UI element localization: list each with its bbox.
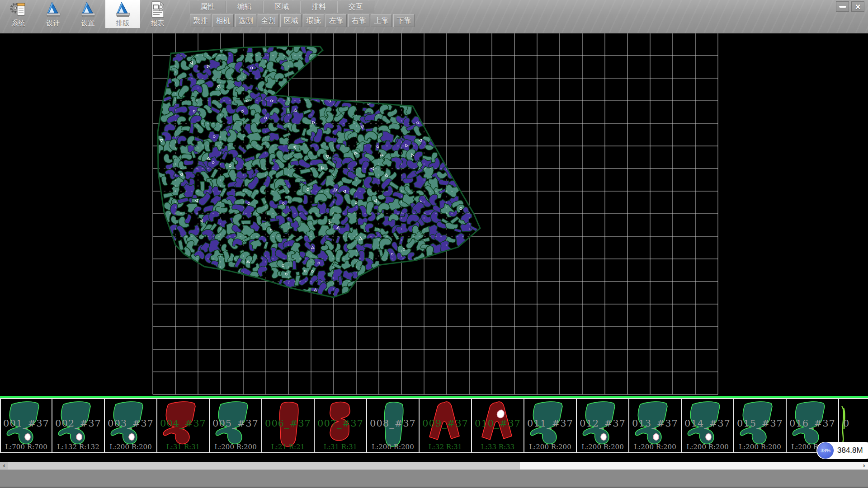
progress-circle: 38% [817, 442, 834, 459]
piece-shape [262, 399, 315, 452]
menu-tab-row: 属性编辑区域排料交互 [189, 1, 374, 13]
piece-shape [367, 399, 420, 452]
system-gear-icon [9, 1, 28, 18]
toolbar-button-5[interactable]: 报表 [140, 0, 175, 28]
piece-shape [629, 399, 682, 452]
toolbar-button-label: 排版 [116, 19, 130, 28]
scroll-right-arrow-icon[interactable]: › [860, 462, 868, 469]
toolbar-button-label: 系统 [12, 19, 25, 28]
menu-tab-5[interactable]: 交互 [337, 1, 374, 13]
ribbon-button-3[interactable]: 选割 [235, 14, 256, 27]
piece-shape [420, 399, 472, 452]
toolbar-button-3[interactable]: 设置 [71, 0, 105, 28]
piece-shape [524, 399, 577, 452]
ribbon-button-row: 聚排相机选割全割区域瑕疵左靠右靠上靠下靠 [190, 14, 416, 27]
piece-thumbnail-1[interactable]: 001_#37L:700 R:700 [0, 399, 52, 452]
piece-thumbnail-7[interactable]: 007_#37L:31 R:31 [315, 399, 367, 452]
design-setsquare-icon [44, 1, 62, 18]
piece-shape [577, 399, 629, 452]
memory-usage-label: 384.8M [837, 442, 863, 459]
menu-tab-1[interactable]: 属性 [189, 1, 226, 13]
app-window: 系统设计设置排版报表 属性编辑区域排料交互 聚排相机选割全割区域瑕疵左靠右靠上靠… [0, 0, 868, 488]
scroll-left-arrow-icon[interactable]: ‹ [0, 462, 8, 469]
piece-shape [210, 399, 262, 452]
piece-thumbnail-9[interactable]: 009_#37L:32 R:31 [420, 399, 472, 452]
piece-shape [157, 399, 210, 452]
menu-tab-2[interactable]: 编辑 [226, 1, 263, 13]
main-toolbar-buttons: 系统设计设置排版报表 [1, 0, 175, 28]
ribbon-button-8[interactable]: 右靠 [348, 14, 369, 27]
report-document-icon [149, 1, 167, 18]
piece-thumbnail-8[interactable]: 008_#37L:200 R:200 [367, 399, 420, 452]
piece-shape [52, 399, 105, 452]
ribbon-button-2[interactable]: 相机 [212, 14, 234, 27]
scrollbar-thumb[interactable] [520, 462, 860, 469]
menu-tab-3[interactable]: 区域 [263, 1, 300, 13]
piece-thumbnail-strip: 001_#37L:700 R:700002_#37L:132 R:132003_… [0, 398, 868, 453]
piece-shape [315, 399, 367, 452]
toolbar-button-label: 报表 [151, 19, 165, 28]
piece-thumbnail-6[interactable]: 006_#37L:21 R:21 [262, 399, 315, 452]
top-toolbar: 系统设计设置排版报表 属性编辑区域排料交互 聚排相机选割全割区域瑕疵左靠右靠上靠… [0, 0, 868, 33]
toolbar-button-2[interactable]: 设计 [36, 0, 71, 28]
ribbon-button-9[interactable]: 上靠 [371, 14, 392, 27]
piece-thumbnail-2[interactable]: 002_#37L:132 R:132 [52, 399, 105, 452]
progress-percent: 38% [821, 448, 830, 453]
bottom-status-bar [0, 469, 868, 488]
close-button[interactable]: × [851, 1, 864, 12]
settings-setsquare-icon [79, 1, 97, 18]
ribbon-button-10[interactable]: 下靠 [393, 14, 415, 27]
status-badge: 38% 384.8M [816, 442, 868, 459]
minimize-button[interactable] [836, 1, 849, 12]
piece-thumbnail-3[interactable]: 003_#37L:200 R:200 [105, 399, 157, 452]
piece-shape [682, 399, 734, 452]
piece-thumbnail-12[interactable]: 012_#37L:200 R:200 [577, 399, 629, 452]
toolbar-button-1[interactable]: 系统 [1, 0, 36, 28]
piece-shape [105, 399, 157, 452]
toolbar-button-label: 设计 [47, 19, 60, 28]
piece-thumbnail-11[interactable]: 011_#37L:200 R:200 [524, 399, 577, 452]
piece-thumbnail-5[interactable]: 005_#37L:200 R:200 [210, 399, 262, 452]
close-icon: × [855, 2, 861, 11]
piece-shape [472, 399, 524, 452]
ribbon-button-5[interactable]: 区域 [280, 14, 302, 27]
piece-thumbnail-15[interactable]: 015_#37L:200 R:200 [734, 399, 787, 452]
menu-tab-4[interactable]: 排料 [300, 1, 337, 13]
piece-thumbnail-13[interactable]: 013_#37L:200 R:200 [629, 399, 682, 452]
toolbar-button-label: 设置 [81, 19, 95, 28]
ribbon-button-7[interactable]: 左靠 [326, 14, 347, 27]
piece-shape [1, 399, 53, 452]
ribbon-button-4[interactable]: 全割 [258, 14, 279, 27]
piece-thumbnail-14[interactable]: 014_#37L:200 R:200 [682, 399, 734, 452]
window-controls: × [836, 1, 864, 12]
horizontal-scrollbar[interactable]: ‹ › [0, 462, 868, 469]
layout-setsquare-icon [114, 1, 132, 18]
ribbon-button-1[interactable]: 聚排 [190, 14, 211, 27]
piece-shape [734, 399, 787, 452]
ribbon-button-6[interactable]: 瑕疵 [303, 14, 324, 27]
minimize-icon [839, 6, 846, 8]
piece-thumbnail-4[interactable]: 004_#37L:31 R:31 [157, 399, 210, 452]
toolbar-button-4[interactable]: 排版 [105, 0, 140, 28]
piece-thumbnail-10[interactable]: 010_#37L:33 R:33 [472, 399, 524, 452]
